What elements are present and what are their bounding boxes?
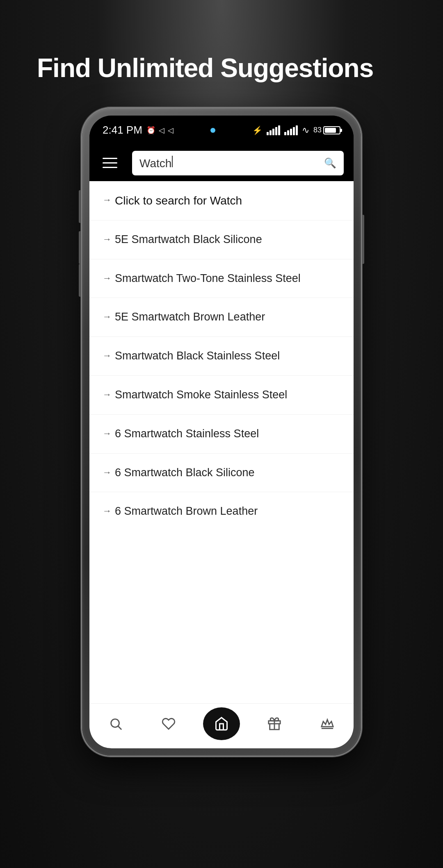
nav-item-search[interactable] (95, 707, 136, 740)
nav-item-crown[interactable] (307, 707, 348, 740)
arrow-icon-3: → (103, 272, 112, 285)
status-bar: 2:41 PM ⏰ ◁ ◁ ⚡ (89, 116, 354, 145)
suggestion-item-5[interactable]: → Smartwatch Black Stainless Steel (89, 337, 354, 376)
arrow-icon-5: → (103, 350, 112, 362)
battery-percent: 83 (313, 126, 322, 134)
suggestion-item-8[interactable]: → 6 Smartwatch Black Silicone (89, 454, 354, 493)
cursor (172, 156, 173, 167)
svg-line-1 (119, 726, 122, 729)
suggestion-item-3[interactable]: → Smartwatch Two-Tone Stainless Steel (89, 259, 354, 298)
wifi-icon: ∿ (302, 125, 309, 136)
search-icon[interactable]: 🔍 (324, 157, 336, 169)
hamburger-line-3 (103, 167, 117, 168)
hamburger-line-2 (103, 162, 117, 164)
nav-item-wishlist[interactable] (148, 707, 189, 740)
home-button[interactable] (203, 707, 240, 740)
suggestion-item-9[interactable]: → 6 Smartwatch Brown Leather (89, 492, 354, 531)
app-header: Watch 🔍 (89, 145, 354, 181)
bluetooth-icon: ⚡ (252, 125, 263, 135)
suggestion-item-6[interactable]: → Smartwatch Smoke Stainless Steel (89, 376, 354, 415)
suggestion-item-2[interactable]: → 5E Smartwatch Black Silicone (89, 220, 354, 259)
suggestions-dropdown: → Click to search for Watch → 5E Smartwa… (89, 181, 354, 703)
crown-nav-icon (320, 717, 334, 731)
signal-bars-1 (267, 125, 280, 135)
suggestion-item-7[interactable]: → 6 Smartwatch Stainless Steel (89, 415, 354, 454)
phone-shell: 2:41 PM ⏰ ◁ ◁ ⚡ (82, 108, 361, 756)
suggestion-item-4[interactable]: → 5E Smartwatch Brown Leather (89, 298, 354, 337)
arrow-icon-2: → (103, 233, 112, 246)
phone-screen: 2:41 PM ⏰ ◁ ◁ ⚡ (89, 116, 354, 748)
battery: 83 (313, 126, 340, 134)
arrow-icon-4: → (103, 311, 112, 323)
arrow-icon-9: → (103, 505, 112, 518)
hamburger-line-1 (103, 158, 117, 159)
status-dot (210, 128, 215, 133)
search-bar[interactable]: Watch 🔍 (132, 151, 344, 175)
arrow-icon-7: → (103, 427, 112, 440)
arrow-icon-6: → (103, 389, 112, 401)
page-title: Find Unlimited Suggestions (37, 53, 406, 84)
svg-point-0 (111, 719, 119, 727)
bottom-nav (89, 703, 354, 748)
status-time-text: 2:41 PM (103, 124, 142, 136)
suggestion-item-1[interactable]: → Click to search for Watch (89, 181, 354, 220)
nav-item-home[interactable] (201, 707, 242, 740)
search-nav-icon (109, 717, 123, 731)
nav-item-gift[interactable] (254, 707, 295, 740)
hamburger-button[interactable] (99, 151, 124, 175)
arrow-icon-8: → (103, 466, 112, 479)
home-nav-icon (214, 716, 229, 731)
nav-arrow-icon: ◁ (159, 126, 164, 135)
nav-arrow2-icon: ◁ (168, 126, 174, 135)
search-input[interactable]: Watch (139, 156, 319, 170)
heart-nav-icon (162, 717, 176, 731)
arrow-icon-1: → (103, 194, 112, 207)
signal-bars-2 (284, 125, 298, 135)
clock-icon: ⏰ (146, 126, 155, 135)
gift-nav-icon (267, 717, 281, 731)
